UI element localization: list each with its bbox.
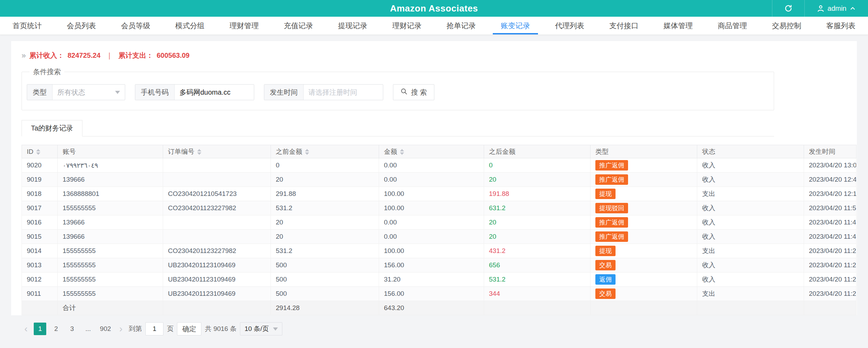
cell-status: 收入 bbox=[697, 258, 804, 272]
nav-item[interactable]: 代理列表 bbox=[542, 17, 597, 34]
user-menu[interactable]: admin bbox=[804, 0, 868, 17]
cell-id: 9014 bbox=[22, 244, 58, 258]
goto-suffix: 页 bbox=[167, 324, 174, 333]
phone-filter-group: 手机号码 bbox=[135, 84, 254, 100]
column-header[interactable]: 金额 bbox=[379, 145, 484, 158]
cell-before-amount: 531.2 bbox=[271, 201, 379, 215]
phone-label: 手机号码 bbox=[135, 85, 175, 100]
cell-time: 2023/04/20 12:49 bbox=[804, 173, 857, 187]
time-input[interactable] bbox=[304, 85, 383, 100]
cell-order: UB2304201123109469 bbox=[163, 287, 271, 301]
cell-after-amount: 20 bbox=[484, 215, 590, 230]
nav-item[interactable]: 会员列表 bbox=[54, 17, 108, 34]
page-button[interactable]: 902 bbox=[98, 323, 113, 335]
type-select[interactable]: 所有状态 bbox=[53, 85, 125, 100]
chevron-up-icon bbox=[849, 5, 856, 12]
next-page-button[interactable]: › bbox=[116, 323, 125, 335]
nav-item[interactable]: 充值记录 bbox=[271, 17, 326, 34]
cell-status: 支出 bbox=[697, 287, 804, 301]
confirm-page-button[interactable]: 确定 bbox=[177, 322, 201, 335]
column-label: 发生时间 bbox=[809, 148, 835, 155]
cell-id: 9012 bbox=[22, 272, 58, 287]
cell-after-amount: 431.2 bbox=[484, 244, 590, 258]
cell-before-amount: 291.88 bbox=[271, 187, 379, 201]
type-badge: 推广返佣 bbox=[595, 231, 628, 242]
column-header[interactable]: 订单编号 bbox=[163, 145, 271, 158]
cell-time: 2023/04/20 11:50 bbox=[804, 201, 857, 215]
cell-account: 155555555 bbox=[58, 244, 163, 258]
summary-separator: ｜ bbox=[104, 51, 115, 60]
nav-item[interactable]: 客服列表 bbox=[814, 17, 868, 34]
column-label: 订单编号 bbox=[168, 148, 194, 155]
nav-item[interactable]: 模式分组 bbox=[163, 17, 217, 34]
cell-order: UB2304201123109469 bbox=[163, 272, 271, 287]
nav-item[interactable]: 支付接口 bbox=[597, 17, 651, 34]
cell-status: 收入 bbox=[697, 173, 804, 187]
nav-item[interactable]: 交易控制 bbox=[760, 17, 814, 34]
cell-account: 139666 bbox=[58, 173, 163, 187]
total-income-label: 累计收入： bbox=[29, 51, 64, 60]
cell-before-amount: 20 bbox=[271, 230, 379, 244]
nav-item[interactable]: 理财管理 bbox=[217, 17, 271, 34]
cell-account: 155555555 bbox=[58, 272, 163, 287]
cell-id: 9018 bbox=[22, 187, 58, 201]
type-label: 类型 bbox=[27, 85, 53, 100]
cell-before-amount: 500 bbox=[271, 272, 379, 287]
column-header: 状态 bbox=[697, 145, 804, 158]
refresh-icon bbox=[784, 4, 793, 13]
table-sum-row: 合计2914.28643.20 bbox=[22, 301, 857, 315]
column-header: 之后金额 bbox=[484, 145, 590, 158]
type-badge: 交易 bbox=[595, 288, 616, 299]
search-button[interactable]: 搜 索 bbox=[393, 84, 434, 100]
table-row: 9020٠٧٩٩٢٣٦٠٤٩00.000推广返佣收入2023/04/20 13:… bbox=[22, 158, 857, 173]
pagination: ‹ 123...902 › 到第 页 确定 共 9016 条 10 条/页 bbox=[22, 322, 846, 335]
sum-cell: 合计 bbox=[58, 301, 163, 315]
cell-id: 9019 bbox=[22, 173, 58, 187]
prev-page-button[interactable]: ‹ bbox=[22, 323, 30, 335]
cell-time: 2023/04/20 13:02 bbox=[804, 158, 857, 173]
page-size-value: 10 条/页 bbox=[244, 324, 269, 333]
total-income-value: 824725.24 bbox=[67, 52, 101, 60]
page-button[interactable]: 2 bbox=[50, 323, 62, 335]
nav-item[interactable]: 首页统计 bbox=[0, 17, 54, 34]
nav-item[interactable]: 理财记录 bbox=[380, 17, 434, 34]
column-label: 金额 bbox=[384, 148, 397, 155]
tab-finance-records[interactable]: Ta的财务记录 bbox=[22, 120, 82, 136]
goto-page-input[interactable] bbox=[145, 322, 163, 335]
column-label: 状态 bbox=[702, 148, 715, 155]
column-header[interactable]: 之前金额 bbox=[271, 145, 379, 158]
cell-order bbox=[163, 158, 271, 173]
cell-status: 收入 bbox=[697, 272, 804, 287]
page-size-select[interactable]: 10 条/页 bbox=[240, 322, 282, 335]
nav-item[interactable]: 媒体管理 bbox=[651, 17, 705, 34]
cell-after-amount: 191.88 bbox=[484, 187, 590, 201]
refresh-button[interactable] bbox=[772, 0, 804, 17]
column-header: 类型 bbox=[590, 145, 697, 158]
total-expense-label: 累计支出： bbox=[118, 51, 153, 60]
page-button[interactable]: 1 bbox=[34, 323, 46, 335]
type-badge: 提现驳回 bbox=[595, 203, 628, 213]
cell-amount: 0.00 bbox=[379, 230, 484, 244]
cell-time: 2023/04/20 11:23 bbox=[804, 272, 857, 287]
chevron-down-icon bbox=[115, 91, 120, 94]
nav-item[interactable]: 会员等级 bbox=[108, 17, 163, 34]
phone-input[interactable] bbox=[175, 85, 254, 100]
nav-item[interactable]: 账变记录 bbox=[488, 17, 542, 34]
cell-id: 9011 bbox=[22, 287, 58, 301]
cell-after-amount: 20 bbox=[484, 173, 590, 187]
cell-status: 收入 bbox=[697, 201, 804, 215]
cell-status: 支出 bbox=[697, 187, 804, 201]
page-button[interactable]: 3 bbox=[66, 323, 78, 335]
cell-amount: 31.20 bbox=[379, 272, 484, 287]
sum-cell bbox=[484, 301, 590, 315]
table-row: 9012155555555UB230420112310946950031.205… bbox=[22, 272, 857, 287]
column-label: 之后金额 bbox=[489, 148, 515, 155]
cell-type: 推广返佣 bbox=[590, 158, 697, 173]
column-header[interactable]: ID bbox=[22, 145, 58, 158]
nav-item[interactable]: 提现记录 bbox=[326, 17, 380, 34]
nav-item[interactable]: 抢单记录 bbox=[434, 17, 488, 34]
nav-item[interactable]: 商品管理 bbox=[705, 17, 760, 34]
cell-after-amount: 20 bbox=[484, 230, 590, 244]
nav-bar: 首页统计会员列表会员等级模式分组理财管理充值记录提现记录理财记录抢单记录账变记录… bbox=[0, 17, 868, 35]
totals-summary: » 累计收入：824725.24 ｜ 累计支出：600563.09 bbox=[22, 51, 851, 60]
